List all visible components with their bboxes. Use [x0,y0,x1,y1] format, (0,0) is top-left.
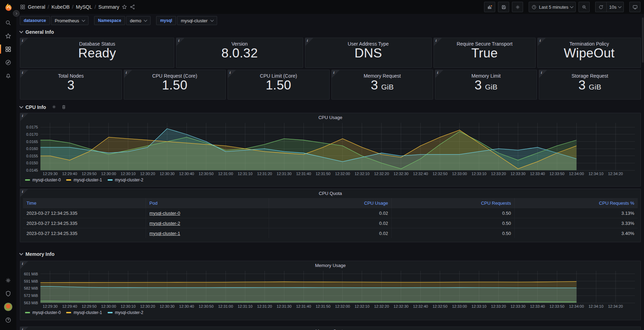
scrollbar[interactable] [642,17,644,63]
pod-link[interactable]: mysql-cluster-0 [150,211,180,216]
table-cell-time: 2023-03-27 12:34:25.335 [23,208,146,218]
panel-info-icon[interactable]: i [20,38,28,46]
panel-info-icon[interactable]: i [332,70,340,78]
table-row: 2023-03-27 12:34:25.335mysql-cluster-00.… [23,208,638,218]
refresh-interval-select[interactable]: 10s [606,2,624,12]
search-icon[interactable] [0,16,16,29]
pod-link[interactable]: mysql-cluster-2 [150,221,180,226]
explore-compass-icon[interactable] [0,56,16,69]
breadcrumb-segment[interactable]: MySQL [76,4,92,10]
panel-info-icon[interactable]: i [539,70,547,78]
variable-value: demo [130,18,141,23]
svg-text:12:34:10: 12:34:10 [589,172,604,176]
starred-icon[interactable] [0,29,16,42]
alerting-bell-icon[interactable] [0,69,16,82]
variable-value-dropdown[interactable]: mysql-cluster [177,16,217,25]
section-cpu-info[interactable]: CPU Info [20,103,641,111]
panel-info-icon[interactable]: i [434,38,442,46]
table-header-cpu-usage[interactable]: CPU Usage [269,198,392,208]
section-title: General Info [25,29,54,35]
panel-info-icon[interactable]: i [20,261,28,269]
table-header-cpu-requests[interactable]: CPU Requests [392,198,515,208]
grafana-logo-icon[interactable] [3,3,13,13]
variable-label: mysql [156,16,176,25]
row-settings-gear-icon[interactable] [52,104,56,110]
add-panel-button[interactable] [484,2,495,12]
panel-title[interactable]: Memory Quota [20,327,641,330]
svg-text:12:34:10: 12:34:10 [589,304,604,308]
dashboards-icon[interactable] [0,42,16,56]
sidebar [0,0,16,330]
variable-datasource: datasource Prometheus [20,16,89,25]
legend-item-mysql-cluster-2[interactable]: mysql-cluster-2 [108,310,143,315]
panel-info-icon[interactable]: i [20,327,28,330]
table-cell-pod: mysql-cluster-0 [146,208,269,218]
svg-text:12:33:00: 12:33:00 [452,304,467,308]
share-icon[interactable] [130,4,135,10]
stat-panel-cpu-request-core-: iCPU Request (Core)1.50 [124,70,226,100]
panel-info-icon[interactable]: i [20,113,28,121]
user-avatar[interactable] [0,300,16,313]
settings-gear-icon[interactable] [0,274,16,287]
stats-row-1: iDatabase StatusReadyiVersion8.0.32iUser… [20,38,641,68]
legend-item-mysql-cluster-2[interactable]: mysql-cluster-2 [108,178,143,182]
breadcrumb-segment[interactable]: Summary [98,4,119,10]
cpu_usage-plot[interactable]: 0.01750.01700.01650.01600.01550.01500.01… [23,121,638,176]
panel-info-icon[interactable]: i [20,189,28,197]
panel-info-icon[interactable]: i [20,70,28,78]
stat-value-number: 3 [371,78,378,93]
breadcrumb-root[interactable]: General [28,4,45,10]
favorite-star-icon[interactable] [122,4,127,10]
panel-title[interactable]: CPU Quota [20,189,641,197]
table-header-pod[interactable]: Pod [146,198,269,208]
zoom-out-button[interactable] [578,2,590,12]
stat-panel-termination-policy: iTermination PolicyWipeOut [537,38,641,68]
panel-info-icon[interactable]: i [305,38,313,46]
breadcrumb-separator: / [72,4,74,10]
sidebar-expand-button[interactable] [13,10,20,17]
time-range-label: Last 5 minutes [539,5,568,10]
legend-item-mysql-cluster-1[interactable]: mysql-cluster-1 [66,178,102,182]
panel-info-icon[interactable]: i [538,38,546,46]
save-dashboard-button[interactable] [498,2,509,12]
legend-item-mysql-cluster-0[interactable]: mysql-cluster-0 [25,310,61,315]
breadcrumb-segment[interactable]: KubeDB [52,4,70,10]
panel-title[interactable]: Memory Usage [20,261,641,269]
admin-shield-icon[interactable] [0,287,16,300]
table-cell-cpu-usage: 0.02 [269,228,392,238]
stat-value-unit: GiB [589,83,601,91]
row-delete-trash-icon[interactable] [61,104,66,110]
help-icon[interactable] [0,313,16,327]
panel-info-icon[interactable]: i [176,38,184,46]
variable-value-dropdown[interactable]: demo [126,16,151,25]
stat-value-number: 1.50 [162,78,187,93]
stat-panel-memory-limit: iMemory Limit3GiB [435,70,537,100]
svg-text:12:31:50: 12:31:50 [316,172,331,176]
memory_usage-plot[interactable]: 601 MiB591 MiB582 MiB572 MiB563 MiB12:29… [23,269,638,309]
pod-link[interactable]: mysql-cluster-1 [150,231,180,236]
variable-value-dropdown[interactable]: Prometheus [51,16,89,25]
apps-grid-icon[interactable] [20,4,25,10]
panel-info-icon[interactable]: i [435,70,443,78]
dashboard-settings-button[interactable] [512,2,523,12]
panel-info-icon[interactable]: i [228,70,236,78]
kiosk-tv-button[interactable] [629,2,641,12]
table-header-time[interactable]: Time [23,198,146,208]
panel-info-icon[interactable]: i [124,70,132,78]
legend-item-mysql-cluster-0[interactable]: mysql-cluster-0 [25,178,61,182]
memory-usage-chart[interactable]: 601 MiB591 MiB582 MiB572 MiB563 MiB12:29… [23,269,638,309]
legend-item-mysql-cluster-1[interactable]: mysql-cluster-1 [66,310,102,315]
svg-text:0.0165: 0.0165 [26,140,38,144]
time-range-picker[interactable]: Last 5 minutes [529,2,576,12]
section-memory-info[interactable]: Memory Info [20,250,641,258]
cpu-usage-chart[interactable]: 0.01750.01700.01650.01600.01550.01500.01… [23,121,638,176]
panel-title[interactable]: CPU Usage [20,113,641,121]
svg-text:12:32:30: 12:32:30 [393,304,408,308]
section-general-info[interactable]: General Info [20,28,641,36]
stat-value: 1.50 [266,78,291,99]
refresh-button[interactable] [595,2,606,12]
collapse-chevron-icon [19,251,23,255]
table-header-cpu-requests-[interactable]: CPU Requests % [515,198,638,208]
table-cell-cpu-requests: 0.50 [392,228,515,238]
svg-text:12:29:50: 12:29:50 [82,172,97,176]
